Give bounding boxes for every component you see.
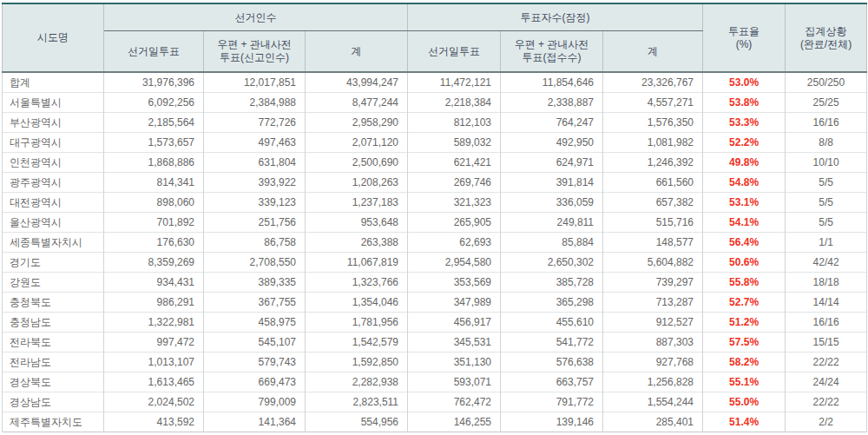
- voters-day-cell: 345,531: [408, 333, 501, 353]
- electors-mail-pre-cell: 458,975: [204, 313, 306, 333]
- voters-day-cell: 11,472,121: [408, 72, 501, 93]
- voters-day-cell: 621,421: [408, 153, 501, 173]
- header-turnout: 투표율 (%): [703, 3, 786, 72]
- electors-day-cell: 934,431: [104, 273, 204, 293]
- header-voters-mail-pre: 우편 + 관내사전 투표(접수수): [501, 31, 603, 73]
- electors-total-cell: 1,354,046: [306, 293, 408, 313]
- region-cell: 세종특별자치시: [3, 233, 104, 253]
- voters-day-cell: 2,954,580: [408, 253, 501, 273]
- voters-mail-pre-cell: 85,884: [501, 233, 603, 253]
- turnout-cell: 52.2%: [703, 133, 786, 153]
- status-cell: 16/16: [786, 113, 867, 133]
- electors-total-cell: 8,477,244: [306, 93, 408, 113]
- electors-day-cell: 8,359,269: [104, 253, 204, 273]
- table-row: 세종특별자치시176,63086,758263,38862,69385,8841…: [3, 233, 867, 253]
- voters-mail-pre-cell: 576,638: [501, 353, 603, 372]
- status-cell: 5/5: [786, 173, 867, 193]
- electors-day-cell: 986,291: [104, 293, 204, 313]
- electors-mail-pre-cell: 12,017,851: [204, 72, 306, 93]
- results-table: 시도명 선거인수 투표자수(잠정) 투표율 (%) 집계상황 (완료/전체) 선…: [2, 3, 867, 432]
- table-row: 경기도8,359,2692,708,55011,067,8192,954,580…: [3, 253, 867, 273]
- turnout-cell: 52.7%: [703, 293, 786, 313]
- status-cell: 1/1: [786, 233, 867, 253]
- table-row: 대전광역시898,060339,1231,237,183321,323336,0…: [3, 193, 867, 213]
- header-electors-group: 선거인수: [104, 3, 408, 31]
- electors-total-cell: 2,071,120: [306, 133, 408, 153]
- electors-mail-pre-cell: 141,364: [204, 412, 306, 432]
- voters-total-cell: 285,401: [603, 412, 703, 432]
- region-cell: 충청북도: [3, 293, 104, 313]
- electors-day-cell: 1,613,465: [104, 372, 204, 392]
- voters-mail-pre-cell: 139,146: [501, 412, 603, 432]
- turnout-cell: 58.2%: [703, 353, 786, 372]
- voters-total-cell: 148,577: [603, 233, 703, 253]
- turnout-cell: 54.1%: [703, 213, 786, 233]
- voters-total-cell: 657,382: [603, 193, 703, 213]
- electors-total-cell: 953,648: [306, 213, 408, 233]
- voters-total-cell: 713,287: [603, 293, 703, 313]
- region-cell: 부산광역시: [3, 113, 104, 133]
- voters-day-cell: 321,323: [408, 193, 501, 213]
- page: 시도명 선거인수 투표자수(잠정) 투표율 (%) 집계상황 (완료/전체) 선…: [0, 0, 868, 432]
- voters-total-cell: 1,554,244: [603, 392, 703, 412]
- electors-mail-pre-cell: 497,463: [204, 133, 306, 153]
- electors-mail-pre-cell: 669,473: [204, 372, 306, 392]
- electors-mail-pre-cell: 339,123: [204, 193, 306, 213]
- table-row: 경상남도2,024,502799,0092,823,511762,472791,…: [3, 392, 867, 412]
- voters-total-cell: 5,604,882: [603, 253, 703, 273]
- voters-mail-pre-cell: 764,247: [501, 113, 603, 133]
- header-voters-group: 투표자수(잠정): [408, 3, 703, 31]
- turnout-cell: 55.1%: [703, 372, 786, 392]
- turnout-cell: 53.1%: [703, 193, 786, 213]
- table-row: 광주광역시814,341393,9221,208,263269,746391,8…: [3, 173, 867, 193]
- electors-mail-pre-cell: 545,107: [204, 333, 306, 353]
- electors-mail-pre-cell: 2,708,550: [204, 253, 306, 273]
- region-cell: 강원도: [3, 273, 104, 293]
- voters-mail-pre-cell: 541,772: [501, 333, 603, 353]
- table-row: 전라남도1,013,107579,7431,592,850351,130576,…: [3, 353, 867, 372]
- electors-total-cell: 1,237,183: [306, 193, 408, 213]
- turnout-cell: 53.3%: [703, 113, 786, 133]
- electors-mail-pre-cell: 631,804: [204, 153, 306, 173]
- region-cell: 울산광역시: [3, 213, 104, 233]
- status-cell: 8/8: [786, 133, 867, 153]
- region-cell: 전라북도: [3, 333, 104, 353]
- voters-mail-pre-cell: 663,757: [501, 372, 603, 392]
- status-cell: 25/25: [786, 93, 867, 113]
- electors-mail-pre-cell: 86,758: [204, 233, 306, 253]
- voters-day-cell: 351,130: [408, 353, 501, 372]
- voters-total-cell: 661,560: [603, 173, 703, 193]
- status-cell: 14/14: [786, 293, 867, 313]
- voters-mail-pre-cell: 365,298: [501, 293, 603, 313]
- region-cell: 서울특별시: [3, 93, 104, 113]
- table-row: 충청남도1,322,981458,9751,781,956456,917455,…: [3, 313, 867, 333]
- table-header: 시도명 선거인수 투표자수(잠정) 투표율 (%) 집계상황 (완료/전체) 선…: [3, 3, 867, 72]
- region-cell: 충청남도: [3, 313, 104, 333]
- electors-total-cell: 263,388: [306, 233, 408, 253]
- voters-mail-pre-cell: 2,338,887: [501, 93, 603, 113]
- electors-mail-pre-cell: 2,384,988: [204, 93, 306, 113]
- voters-day-cell: 265,905: [408, 213, 501, 233]
- table-body: 합계31,976,39612,017,85143,994,24711,472,1…: [3, 72, 867, 432]
- voters-mail-pre-cell: 11,854,646: [501, 72, 603, 93]
- voters-total-cell: 927,768: [603, 353, 703, 372]
- electors-mail-pre-cell: 799,009: [204, 392, 306, 412]
- turnout-cell: 49.8%: [703, 153, 786, 173]
- status-cell: 18/18: [786, 273, 867, 293]
- status-cell: 22/22: [786, 392, 867, 412]
- electors-day-cell: 814,341: [104, 173, 204, 193]
- voters-day-cell: 269,746: [408, 173, 501, 193]
- status-cell: 24/24: [786, 372, 867, 392]
- electors-total-cell: 43,994,247: [306, 72, 408, 93]
- electors-day-cell: 1,573,657: [104, 133, 204, 153]
- electors-total-cell: 1,323,766: [306, 273, 408, 293]
- voters-mail-pre-cell: 492,950: [501, 133, 603, 153]
- table-row: 부산광역시2,185,564772,7262,958,290812,103764…: [3, 113, 867, 133]
- voters-total-cell: 515,716: [603, 213, 703, 233]
- header-electors-total: 계: [306, 31, 408, 73]
- status-cell: 15/15: [786, 333, 867, 353]
- voters-day-cell: 146,255: [408, 412, 501, 432]
- status-cell: 42/42: [786, 253, 867, 273]
- electors-day-cell: 701,892: [104, 213, 204, 233]
- electors-total-cell: 1,781,956: [306, 313, 408, 333]
